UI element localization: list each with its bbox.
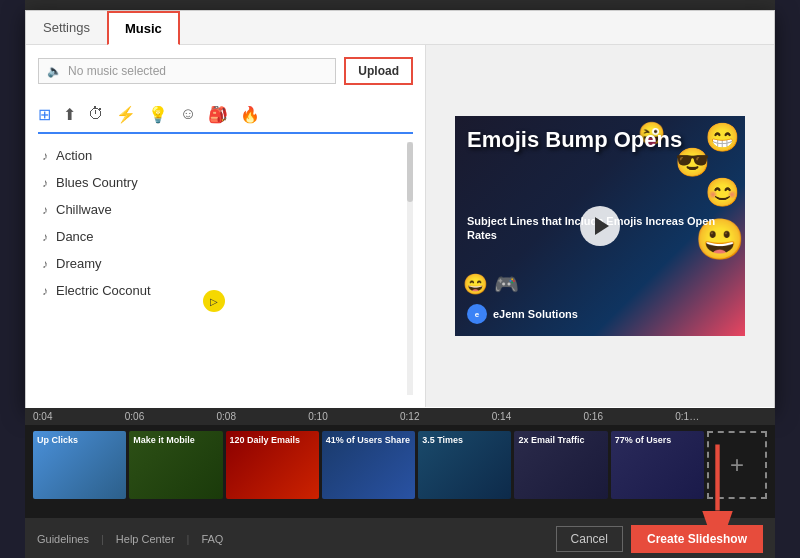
category-icons-row: ⊞ ⬆ ⏱ ⚡ 💡 ☺ 🎒 🔥 (38, 97, 413, 134)
red-arrow-annotation (690, 438, 745, 528)
clip-1-text: Up Clicks (33, 431, 126, 450)
clip-3-text: 120 Daily Emails (226, 431, 319, 450)
play-icon (595, 217, 609, 235)
timeline-area: 0:04 0:06 0:08 0:10 0:12 0:14 0:16 0:1… … (25, 408, 775, 518)
music-left-panel: 🔈 No music selected Upload ⊞ ⬆ ⏱ ⚡ 💡 ☺ 🎒… (26, 45, 426, 407)
clip-4-text: 41% of Users Share (322, 431, 415, 450)
clip-4[interactable]: 41% of Users Share (322, 431, 415, 499)
separator-2: | (187, 533, 190, 545)
music-note-icon: 🔈 (47, 64, 62, 78)
category-happy-icon[interactable]: ☺ (180, 105, 196, 124)
clip-3[interactable]: 120 Daily Emails (226, 431, 319, 499)
separator-1: | (101, 533, 104, 545)
clip-1[interactable]: Up Clicks (33, 431, 126, 499)
note-icon-electric: ♪ (42, 284, 48, 298)
category-hot-icon[interactable]: 🔥 (240, 105, 260, 124)
preview-brand: e eJenn Solutions (467, 304, 733, 324)
preview-image: 😁 😎 😊 😀 😜 Emojis Bump Opens Subject Line… (455, 116, 745, 336)
link-guidelines[interactable]: Guidelines (37, 533, 89, 545)
category-upload-icon[interactable]: ⬆ (63, 105, 76, 124)
ruler-0:08: 0:08 (217, 411, 309, 422)
music-name-dreamy: Dreamy (56, 256, 102, 271)
link-help[interactable]: Help Center (116, 533, 175, 545)
cancel-button[interactable]: Cancel (556, 526, 623, 552)
modal: Settings Music 🔈 No music selected Uploa… (25, 10, 775, 410)
music-name-electric: Electric Coconut (56, 283, 151, 298)
music-item-blues[interactable]: ♪ Blues Country (38, 169, 413, 196)
ruler-0:14: 0:14 (492, 411, 584, 422)
play-button[interactable] (580, 206, 620, 246)
preview-title: Emojis Bump Opens (467, 128, 733, 152)
category-recent-icon[interactable]: ⏱ (88, 105, 104, 124)
music-name-chillwave: Chillwave (56, 202, 112, 217)
category-mood-icon[interactable]: 💡 (148, 105, 168, 124)
emoji-row: 😄 🎮 (463, 272, 519, 296)
scroll-thumb[interactable] (407, 142, 413, 202)
category-all-icon[interactable]: ⊞ (38, 105, 51, 124)
preview-panel: 😁 😎 😊 😀 😜 Emojis Bump Opens Subject Line… (426, 45, 774, 407)
timeline-clips: Up Clicks Make it Mobile 120 Daily Email… (25, 425, 775, 505)
clip-6-text: 2x Email Traffic (514, 431, 607, 450)
clip-2-text: Make it Mobile (129, 431, 222, 450)
music-name-action: Action (56, 148, 92, 163)
ruler-end: 0:1… (675, 411, 767, 422)
bg-right (775, 0, 800, 558)
note-icon-chill: ♪ (42, 203, 48, 217)
ruler-0:06: 0:06 (125, 411, 217, 422)
modal-body: 🔈 No music selected Upload ⊞ ⬆ ⏱ ⚡ 💡 ☺ 🎒… (26, 45, 774, 407)
timeline-ruler: 0:04 0:06 0:08 0:10 0:12 0:14 0:16 0:1… (25, 408, 775, 425)
note-icon-dance: ♪ (42, 230, 48, 244)
music-name-blues: Blues Country (56, 175, 138, 190)
upload-button[interactable]: Upload (344, 57, 413, 85)
tab-music[interactable]: Music (107, 11, 180, 45)
bg-left (0, 0, 25, 558)
music-placeholder: No music selected (68, 64, 166, 78)
music-name-dance: Dance (56, 229, 94, 244)
music-upload-row: 🔈 No music selected Upload (38, 57, 413, 85)
clip-2[interactable]: Make it Mobile (129, 431, 222, 499)
music-item-chillwave[interactable]: ♪ Chillwave (38, 196, 413, 223)
tabs-bar: Settings Music (26, 11, 774, 45)
scrollbar[interactable] (407, 142, 413, 395)
clip-6[interactable]: 2x Email Traffic (514, 431, 607, 499)
ruler-0:16: 0:16 (584, 411, 676, 422)
note-icon-action: ♪ (42, 149, 48, 163)
bottom-bar: Guidelines | Help Center | FAQ Cancel Cr… (25, 520, 775, 558)
music-item-action[interactable]: ♪ Action (38, 142, 413, 169)
category-library-icon[interactable]: 🎒 (208, 105, 228, 124)
note-icon-blues: ♪ (42, 176, 48, 190)
ruler-0:04: 0:04 (33, 411, 125, 422)
note-icon-dreamy: ♪ (42, 257, 48, 271)
link-faq[interactable]: FAQ (201, 533, 223, 545)
music-item-dance[interactable]: ♪ Dance (38, 223, 413, 250)
tab-settings[interactable]: Settings (26, 11, 107, 44)
clip-5-text: 3.5 Times (418, 431, 511, 450)
music-item-dreamy[interactable]: ♪ Dreamy (38, 250, 413, 277)
bottom-actions: Cancel Create Slideshow (556, 525, 763, 553)
brand-logo: e (467, 304, 487, 324)
music-item-electric[interactable]: ♪ Electric Coconut (38, 277, 413, 304)
cursor-indicator: ▷ (203, 290, 225, 312)
ruler-0:12: 0:12 (400, 411, 492, 422)
bottom-links: Guidelines | Help Center | FAQ (37, 533, 223, 545)
brand-name: eJenn Solutions (493, 308, 578, 320)
clip-5[interactable]: 3.5 Times (418, 431, 511, 499)
music-input[interactable]: 🔈 No music selected (38, 58, 336, 84)
create-slideshow-button[interactable]: Create Slideshow (631, 525, 763, 553)
category-trending-icon[interactable]: ⚡ (116, 105, 136, 124)
ruler-0:10: 0:10 (308, 411, 400, 422)
music-list: ♪ Action ♪ Blues Country ♪ Chillwave ♪ D… (38, 142, 413, 395)
